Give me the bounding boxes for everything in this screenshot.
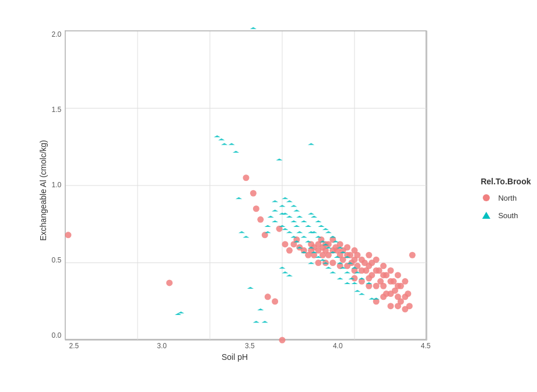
- svg-marker-130: [279, 267, 286, 268]
- x-tick-2: 3.0: [157, 342, 167, 350]
- legend-symbol-south: [480, 209, 492, 221]
- svg-marker-173: [329, 236, 336, 237]
- svg-point-16: [253, 205, 259, 212]
- svg-marker-175: [329, 271, 336, 273]
- legend-item-south: South: [480, 209, 531, 221]
- svg-marker-131: [282, 197, 288, 199]
- svg-point-22: [279, 337, 286, 344]
- plot-with-axes: Exchangeable Al (cmolc/kg) 2.0 1.5 1.0 0…: [38, 30, 430, 350]
- svg-marker-196: [373, 298, 380, 299]
- svg-marker-193: [359, 293, 365, 295]
- x-tick-5: 4.5: [421, 342, 431, 350]
- svg-point-47: [329, 260, 336, 266]
- svg-marker-125: [272, 220, 278, 222]
- svg-marker-134: [282, 271, 288, 273]
- svg-marker-194: [366, 282, 372, 284]
- scatter-plot: [65, 31, 426, 339]
- svg-marker-140: [290, 220, 297, 222]
- svg-marker-153: [308, 143, 314, 145]
- x-axis-label: Soil pH: [222, 352, 248, 362]
- y-tick-1: 0.0: [51, 331, 61, 340]
- svg-marker-126: [276, 159, 283, 160]
- svg-point-95: [395, 272, 401, 278]
- svg-marker-191: [354, 290, 360, 292]
- svg-marker-117: [253, 321, 259, 323]
- svg-point-105: [406, 303, 413, 309]
- svg-point-19: [265, 293, 271, 300]
- svg-marker-145: [296, 216, 303, 218]
- svg-marker-146: [296, 231, 303, 233]
- svg-point-77: [373, 257, 380, 263]
- svg-marker-123: [272, 200, 278, 202]
- svg-marker-107: [214, 135, 220, 137]
- svg-marker-127: [279, 205, 286, 206]
- svg-marker-111: [233, 151, 239, 153]
- svg-marker-180: [337, 278, 343, 279]
- svg-marker-158: [311, 216, 317, 218]
- svg-marker-119: [262, 321, 268, 323]
- plot-box: [65, 30, 426, 340]
- svg-marker-121: [265, 225, 271, 227]
- svg-point-71: [366, 252, 372, 258]
- svg-marker-142: [293, 209, 300, 211]
- svg-point-83: [380, 262, 387, 269]
- svg-marker-133: [282, 228, 288, 230]
- svg-point-85: [380, 283, 387, 289]
- x-tick-1: 2.5: [69, 342, 79, 350]
- svg-marker-161: [315, 220, 322, 222]
- svg-point-24: [286, 247, 293, 254]
- svg-marker-115: [247, 287, 254, 289]
- svg-marker-170: [325, 231, 332, 233]
- legend: Rel.To.Brook North South: [480, 177, 531, 227]
- svg-point-92: [388, 303, 394, 309]
- plot-area-wrapper: Exchangeable Al (cmolc/kg) 2.0 1.5 1.0 0…: [6, 30, 464, 362]
- svg-point-101: [402, 278, 408, 285]
- svg-point-14: [243, 174, 250, 181]
- svg-marker-189: [352, 282, 358, 284]
- svg-marker-192: [359, 278, 365, 279]
- y-tick-3: 1.0: [51, 181, 61, 189]
- chart-container: Exchangeable Al (cmolc/kg) 2.0 1.5 1.0 0…: [6, 9, 531, 383]
- y-tick-5: 2.0: [51, 30, 61, 38]
- svg-point-17: [257, 216, 264, 223]
- svg-marker-112: [236, 197, 242, 199]
- svg-marker-172: [325, 267, 332, 268]
- y-axis-label: Exchangeable Al (cmolc/kg): [38, 140, 48, 241]
- svg-marker-113: [238, 231, 245, 233]
- svg-marker-143: [293, 225, 300, 227]
- svg-point-199: [483, 194, 490, 201]
- svg-marker-135: [286, 200, 293, 202]
- svg-point-106: [409, 252, 416, 258]
- svg-marker-200: [482, 212, 490, 219]
- svg-point-12: [65, 232, 72, 238]
- svg-marker-149: [301, 236, 307, 237]
- svg-point-20: [272, 298, 278, 304]
- svg-marker-154: [308, 213, 314, 215]
- svg-marker-124: [272, 209, 278, 211]
- svg-marker-114: [243, 236, 250, 237]
- svg-marker-198: [178, 312, 184, 313]
- svg-point-55: [344, 244, 350, 251]
- svg-point-89: [388, 267, 394, 274]
- svg-marker-108: [218, 138, 224, 140]
- svg-marker-136: [286, 216, 293, 218]
- legend-item-north: North: [480, 192, 531, 204]
- svg-marker-148: [301, 220, 307, 222]
- svg-marker-110: [229, 143, 235, 145]
- svg-marker-184: [344, 271, 350, 273]
- svg-marker-137: [286, 231, 293, 233]
- svg-marker-167: [322, 228, 329, 230]
- svg-point-104: [405, 290, 411, 297]
- legend-symbol-north: [480, 192, 492, 204]
- svg-marker-118: [257, 309, 264, 310]
- legend-label-north: North: [498, 194, 517, 202]
- svg-marker-116: [250, 27, 257, 29]
- svg-point-23: [282, 241, 289, 247]
- svg-point-13: [166, 279, 173, 286]
- svg-marker-164: [318, 225, 324, 227]
- svg-marker-122: [268, 216, 274, 218]
- svg-point-15: [250, 190, 257, 197]
- x-tick-4: 4.0: [333, 342, 343, 350]
- svg-marker-138: [286, 275, 293, 276]
- svg-marker-151: [305, 225, 311, 227]
